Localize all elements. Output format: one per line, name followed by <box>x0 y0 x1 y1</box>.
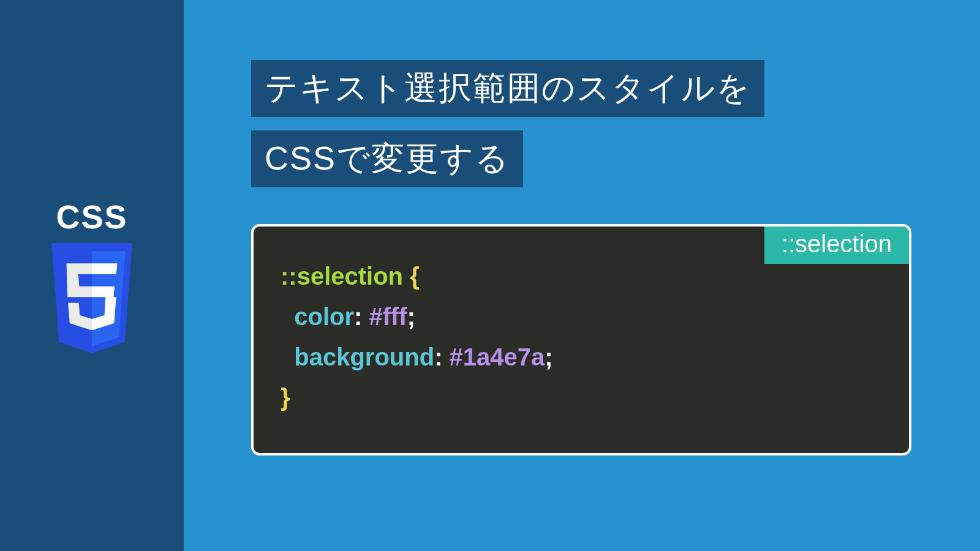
selector-token: ::selection <box>281 263 403 290</box>
code-line-close: } <box>281 377 882 418</box>
colon-token: : <box>354 303 362 330</box>
title-line-2: CSSで変更する <box>251 130 523 187</box>
code-line-rule-0: color: #fff; <box>281 296 882 337</box>
property-token: background <box>294 343 434 370</box>
css3-shield-icon <box>43 243 141 353</box>
css-text-label: CSS <box>56 198 127 236</box>
open-brace-token: { <box>403 263 420 290</box>
semicolon-token: ; <box>545 343 552 370</box>
value-token: #1a4e7a <box>450 343 545 370</box>
code-line-rule-1: background: #1a4e7a; <box>281 337 882 377</box>
value-token: #fff <box>369 303 407 330</box>
sidebar: CSS <box>0 0 184 551</box>
code-badge: ::selection <box>764 227 909 264</box>
semicolon-token: ; <box>407 303 415 330</box>
code-block: ::selection ::selection { color: #fff; b… <box>251 224 911 455</box>
property-token: color <box>294 303 354 330</box>
colon-token: : <box>434 343 442 370</box>
code-content: ::selection { color: #fff; background: #… <box>281 256 882 418</box>
title-line-1: テキスト選択範囲のスタイルを <box>251 60 764 117</box>
main-content: テキスト選択範囲のスタイルを CSSで変更する ::selection ::se… <box>184 0 980 551</box>
close-brace-token: } <box>281 384 290 411</box>
